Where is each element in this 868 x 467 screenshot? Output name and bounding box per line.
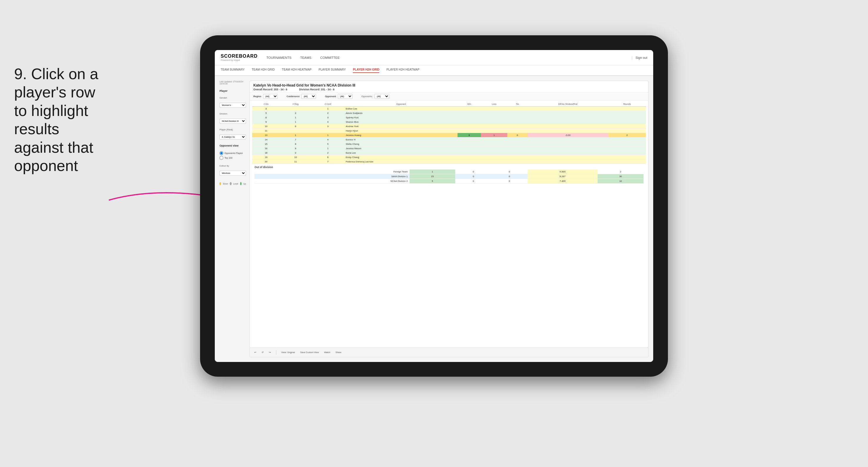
table-row[interactable]: 914Sharon Mun bbox=[252, 120, 646, 124]
table-cell bbox=[507, 120, 527, 124]
table-cell bbox=[608, 111, 646, 115]
logo-subtitle: Powered by clippd bbox=[221, 59, 258, 62]
sidebar-radio-group: Opponents Played Top 100 bbox=[219, 151, 246, 160]
table-cell bbox=[481, 106, 507, 111]
table-cell bbox=[507, 106, 527, 111]
table-row[interactable]: 1691Jessica Mason bbox=[252, 146, 646, 151]
table-cell: 13 bbox=[252, 133, 280, 137]
table-cell: Andrea York bbox=[345, 124, 458, 129]
nav-separator: | bbox=[632, 56, 632, 60]
table-cell: 1 bbox=[311, 106, 345, 111]
sidebar-division-select[interactable]: NCAA Division III bbox=[219, 119, 246, 124]
table-row[interactable]: 1822Euna Lee bbox=[252, 151, 646, 155]
table-row[interactable]: 31Esther Lee bbox=[252, 106, 646, 111]
table-cell bbox=[528, 142, 609, 146]
table-cell bbox=[608, 120, 646, 124]
watch-button[interactable]: Watch bbox=[322, 350, 332, 354]
table-cell bbox=[311, 129, 345, 133]
sidebar-gender-select[interactable]: Women's bbox=[219, 103, 246, 108]
nav-tournaments[interactable]: TOURNAMENTS bbox=[267, 56, 291, 59]
redo-button[interactable]: ↺ bbox=[260, 350, 265, 354]
table-cell: 6 bbox=[280, 124, 311, 129]
table-cell: 0 bbox=[458, 133, 481, 137]
table-row[interactable]: 11Haejo Hyun bbox=[252, 129, 646, 133]
table-cell bbox=[481, 137, 507, 142]
out-of-division-table: Foreign Team1004.5002NAIA Division 11500… bbox=[254, 169, 644, 184]
table-cell bbox=[458, 146, 481, 151]
tab-player-h2h-grid[interactable]: PLAYER H2H GRID bbox=[353, 68, 379, 73]
table-row[interactable]: 1311Jessica Huang010-3.002 bbox=[252, 133, 646, 137]
player-h2h-table: # Div # Reg # Conf Opponent Win Loss Tie… bbox=[252, 102, 646, 164]
filter-region-select[interactable]: (All) bbox=[263, 94, 278, 99]
col-opponent: Opponent bbox=[345, 102, 458, 106]
table-cell: 1 bbox=[311, 146, 345, 151]
share-button[interactable]: Share bbox=[334, 350, 343, 354]
main-content: Last Updated: 27/03/2024 16:55:28 Player… bbox=[215, 76, 653, 362]
data-table-container: # Div # Reg # Conf Opponent Win Loss Tie… bbox=[250, 101, 648, 347]
table-cell: 10 bbox=[252, 124, 280, 129]
save-custom-button[interactable]: Save Custom View bbox=[299, 350, 320, 354]
table-cell: Euna Lee bbox=[345, 151, 458, 155]
nav-teams[interactable]: TEAMS bbox=[300, 56, 311, 59]
table-cell: 3 bbox=[311, 124, 345, 129]
legend-up-label: Up bbox=[243, 183, 246, 185]
nav-committee[interactable]: COMMITTEE bbox=[320, 56, 340, 59]
table-cell bbox=[458, 106, 481, 111]
table-cell: Sydney Kuo bbox=[345, 115, 458, 120]
table-row[interactable]: 522Alexis Sudjianto bbox=[252, 111, 646, 115]
filter-opponent-select[interactable]: (All) bbox=[338, 94, 352, 99]
sub-nav: TEAM SUMMARY TEAM H2H GRID TEAM H2H HEAT… bbox=[215, 65, 653, 76]
table-cell: 7 bbox=[280, 137, 311, 142]
out-div-row[interactable]: NAIA Division 115009.26730 bbox=[254, 174, 644, 179]
col-rounds: Rounds bbox=[608, 102, 646, 106]
colour-legend: Down Level Up bbox=[219, 182, 246, 185]
legend-level-dot bbox=[230, 182, 231, 185]
table-cell bbox=[507, 129, 527, 133]
table-row[interactable]: 20117Federica Domecq Lacroze bbox=[252, 159, 646, 164]
table-cell bbox=[608, 124, 646, 129]
radio-opponents-played[interactable]: Opponents Played bbox=[219, 151, 246, 155]
out-div-row[interactable]: NCAA Division 25007.40010 bbox=[254, 179, 644, 184]
table-cell: Haejo Hyun bbox=[345, 129, 458, 133]
filter-opponents-select[interactable]: (All) bbox=[375, 94, 389, 99]
table-cell bbox=[608, 115, 646, 120]
table-cell bbox=[481, 129, 507, 133]
tab-player-summary[interactable]: PLAYER SUMMARY bbox=[319, 68, 346, 73]
out-div-row[interactable]: Foreign Team1004.5002 bbox=[254, 169, 644, 174]
nav-links: TOURNAMENTS TEAMS COMMITTEE bbox=[267, 56, 632, 59]
table-cell bbox=[528, 155, 609, 159]
forward-button[interactable]: ↪ bbox=[268, 350, 273, 354]
table-row[interactable]: 1063Andrea York bbox=[252, 124, 646, 129]
out-div-cell: Foreign Team bbox=[254, 169, 410, 174]
view-original-button[interactable]: View: Original bbox=[280, 350, 296, 354]
out-div-cell: 1 bbox=[410, 169, 456, 174]
table-cell bbox=[481, 111, 507, 115]
out-div-cell: 0 bbox=[455, 169, 491, 174]
undo-button[interactable]: ↩ bbox=[253, 350, 258, 354]
filter-conference-select[interactable]: (All) bbox=[301, 94, 316, 99]
table-row[interactable]: 19106Emily Chang bbox=[252, 155, 646, 159]
table-cell: 6 bbox=[252, 115, 280, 120]
table-row[interactable]: 1585Stella Cheng bbox=[252, 142, 646, 146]
out-div-cell: NCAA Division 2 bbox=[254, 179, 410, 184]
table-cell: 9 bbox=[280, 146, 311, 151]
tab-player-h2h-heatmap[interactable]: PLAYER H2H HEATMAP bbox=[386, 68, 419, 73]
tab-team-h2h-heatmap[interactable]: TEAM H2H HEATMAP bbox=[282, 68, 312, 73]
out-div-cell: 15 bbox=[410, 174, 456, 179]
tab-team-h2h-grid[interactable]: TEAM H2H GRID bbox=[252, 68, 275, 73]
table-cell bbox=[507, 146, 527, 151]
sidebar-colour-select[interactable]: Win/loss bbox=[219, 171, 246, 176]
sign-out-button[interactable]: Sign out bbox=[636, 56, 647, 59]
table-cell bbox=[458, 142, 481, 146]
table-cell bbox=[481, 146, 507, 151]
table-row[interactable]: 1474Eunice Yi bbox=[252, 137, 646, 142]
radio-top100[interactable]: Top 100 bbox=[219, 156, 246, 160]
table-cell bbox=[458, 159, 481, 164]
sidebar-gender-label: Gender bbox=[219, 96, 246, 99]
table-row[interactable]: 613Sydney Kuo bbox=[252, 115, 646, 120]
filter-row: Region (All) Conference (All) Opponent bbox=[250, 92, 648, 101]
tab-team-summary[interactable]: TEAM SUMMARY bbox=[221, 68, 245, 73]
table-cell bbox=[528, 120, 609, 124]
table-cell bbox=[528, 111, 609, 115]
sidebar-player-select[interactable]: 8. Katelyn Vo bbox=[219, 134, 246, 139]
